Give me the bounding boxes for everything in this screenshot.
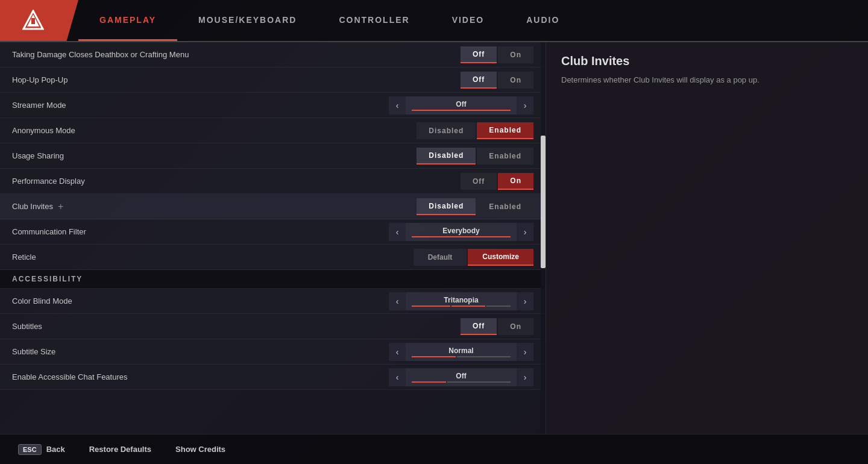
taking-damage-label: Taking Damage Closes Deathbox or Craftin… <box>12 50 189 59</box>
restore-defaults-button[interactable]: Restore Defaults <box>89 445 151 454</box>
settings-panel: Taking Damage Closes Deathbox or Craftin… <box>0 42 546 434</box>
setting-anonymous-mode: Anonymous Mode Disabled Enabled <box>0 118 546 143</box>
usage-sharing-label: Usage Sharing <box>12 151 64 160</box>
show-credits-button[interactable]: Show Credits <box>175 445 225 454</box>
subtitles-toggle: Off On <box>461 318 533 335</box>
accessible-chat-right[interactable]: › <box>517 368 533 386</box>
streamer-mode-control: ‹ Off › <box>389 96 533 114</box>
streamer-mode-bar <box>412 110 511 111</box>
color-blind-left[interactable]: ‹ <box>389 292 406 310</box>
comm-filter-left[interactable]: ‹ <box>389 223 406 241</box>
tab-mouse-keyboard[interactable]: MOUSE/KEYBOARD <box>177 0 318 41</box>
apex-logo <box>22 10 44 31</box>
subtitles-off[interactable]: Off <box>461 318 497 335</box>
subtitle-size-left[interactable]: ‹ <box>389 343 406 361</box>
info-panel-description: Determines whether Club Invites will dis… <box>561 74 853 86</box>
usage-disabled[interactable]: Disabled <box>417 148 476 165</box>
subtitle-size-value: Normal <box>406 343 517 361</box>
reticle-label: Reticle <box>12 252 36 262</box>
scrollbar-track <box>541 42 546 434</box>
communication-filter-label: Communication Filter <box>12 227 86 236</box>
anonymous-mode-toggle: Disabled Enabled <box>417 122 533 139</box>
info-panel-title: Club Invites <box>561 54 853 68</box>
accessible-chat-control: ‹ Off › <box>389 368 533 386</box>
performance-display-toggle: Off On <box>461 173 533 190</box>
logo-area <box>0 0 78 41</box>
setting-communication-filter: Communication Filter ‹ Everybody › <box>0 219 546 245</box>
comm-filter-value: Everybody <box>406 223 517 241</box>
comm-filter-right[interactable]: › <box>517 223 533 241</box>
hopup-popup-label: Hop-Up Pop-Up <box>12 75 68 84</box>
setting-subtitles: Subtitles Off On <box>0 314 546 339</box>
tab-gameplay[interactable]: GAMEPLAY <box>78 0 177 41</box>
club-invites-label: Club Invites + <box>12 201 63 212</box>
color-blind-value: Tritanopia <box>406 292 517 310</box>
perf-on[interactable]: On <box>498 173 533 190</box>
taking-damage-off[interactable]: Off <box>461 46 497 63</box>
streamer-mode-right[interactable]: › <box>517 96 533 114</box>
usage-enabled[interactable]: Enabled <box>477 148 533 165</box>
setting-color-blind-mode: Color Blind Mode ‹ Tritanopia › <box>0 289 546 314</box>
restore-defaults-label: Restore Defaults <box>89 445 151 454</box>
setting-usage-sharing: Usage Sharing Disabled Enabled <box>0 143 546 169</box>
subtitles-label: Subtitles <box>12 322 42 331</box>
setting-performance-display: Performance Display Off On <box>0 169 546 194</box>
taking-damage-on[interactable]: On <box>498 46 533 63</box>
tab-audio[interactable]: AUDIO <box>505 0 580 41</box>
settings-list: Taking Damage Closes Deathbox or Craftin… <box>0 42 546 390</box>
club-enabled[interactable]: Enabled <box>477 198 533 215</box>
reticle-toggle: Default Customize <box>414 249 533 266</box>
tab-controller[interactable]: CONTROLLER <box>318 0 430 41</box>
setting-taking-damage: Taking Damage Closes Deathbox or Craftin… <box>0 42 546 67</box>
accessibility-header: ACCESSIBILITY <box>0 270 546 289</box>
back-button[interactable]: ESC Back <box>18 444 65 455</box>
streamer-mode-label: Streamer Mode <box>12 101 66 110</box>
streamer-mode-left[interactable]: ‹ <box>389 96 406 114</box>
setting-subtitle-size: Subtitle Size ‹ Normal › <box>0 339 546 365</box>
club-disabled[interactable]: Disabled <box>417 198 476 215</box>
subtitles-on[interactable]: On <box>498 318 533 335</box>
accessible-chat-value: Off <box>406 368 517 386</box>
bottom-bar: ESC Back Restore Defaults Show Credits <box>0 434 868 464</box>
show-credits-label: Show Credits <box>175 445 225 454</box>
setting-reticle: Reticle Default Customize <box>0 245 546 270</box>
back-label: Back <box>46 445 65 454</box>
anonymous-enabled[interactable]: Enabled <box>477 122 533 139</box>
reticle-customize[interactable]: Customize <box>468 249 533 266</box>
top-navigation: GAMEPLAY MOUSE/KEYBOARD CONTROLLER VIDEO… <box>0 0 868 42</box>
info-panel: Club Invites Determines whether Club Inv… <box>546 42 868 434</box>
color-blind-mode-control: ‹ Tritanopia › <box>389 292 533 310</box>
usage-sharing-toggle: Disabled Enabled <box>417 148 533 165</box>
color-blind-right[interactable]: › <box>517 292 533 310</box>
main-content: Taking Damage Closes Deathbox or Craftin… <box>0 42 868 434</box>
performance-display-label: Performance Display <box>12 177 85 186</box>
anonymous-mode-label: Anonymous Mode <box>12 126 75 135</box>
setting-accessible-chat: Enable Accessible Chat Features ‹ Off › <box>0 365 546 390</box>
club-invites-toggle: Disabled Enabled <box>417 198 533 215</box>
communication-filter-control: ‹ Everybody › <box>389 223 533 241</box>
esc-key-badge: ESC <box>18 444 42 455</box>
accessible-chat-label: Enable Accessible Chat Features <box>12 372 128 381</box>
reticle-default[interactable]: Default <box>414 249 467 266</box>
scrollbar-thumb[interactable] <box>541 136 546 268</box>
anonymous-disabled[interactable]: Disabled <box>417 122 476 139</box>
accessible-chat-left[interactable]: ‹ <box>389 368 406 386</box>
taking-damage-toggle: Off On <box>461 46 533 63</box>
setting-streamer-mode: Streamer Mode ‹ Off › <box>0 93 546 118</box>
setting-hopup-popup: Hop-Up Pop-Up Off On <box>0 67 546 93</box>
hopup-popup-toggle: Off On <box>461 72 533 89</box>
club-invites-plus-icon: + <box>58 201 63 212</box>
color-blind-mode-label: Color Blind Mode <box>12 296 72 306</box>
hopup-on[interactable]: On <box>498 72 533 89</box>
setting-club-invites: Club Invites + Disabled Enabled <box>0 194 546 219</box>
subtitle-size-right[interactable]: › <box>517 343 533 361</box>
streamer-mode-value: Off <box>406 96 517 114</box>
svg-rect-2 <box>31 18 35 24</box>
nav-tabs: GAMEPLAY MOUSE/KEYBOARD CONTROLLER VIDEO… <box>78 0 868 41</box>
subtitle-size-control: ‹ Normal › <box>389 343 533 361</box>
perf-off[interactable]: Off <box>461 173 497 190</box>
hopup-off[interactable]: Off <box>461 72 497 89</box>
subtitle-size-label: Subtitle Size <box>12 347 55 356</box>
tab-video[interactable]: VIDEO <box>431 0 506 41</box>
comm-filter-bar <box>412 236 511 237</box>
